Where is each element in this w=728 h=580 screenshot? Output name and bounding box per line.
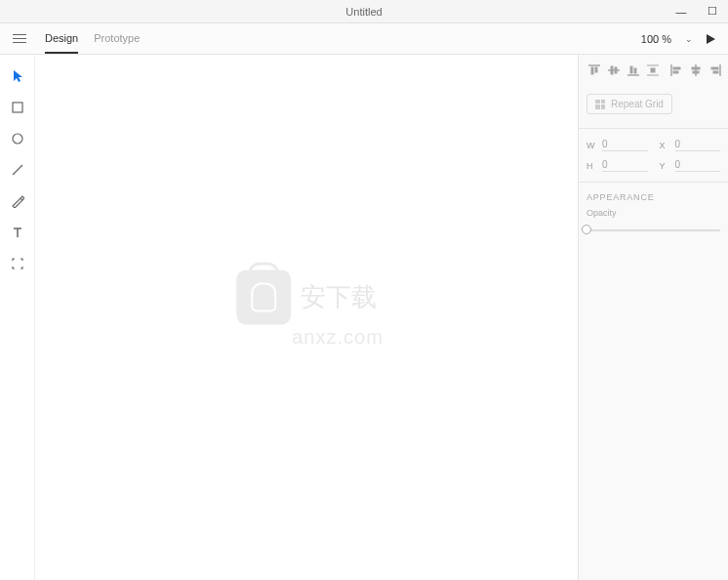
text-tool[interactable] <box>4 219 31 246</box>
artboard-tool[interactable] <box>4 250 31 277</box>
align-hcenter-icon[interactable] <box>688 62 704 78</box>
svg-rect-11 <box>634 68 636 73</box>
align-right-icon[interactable] <box>708 62 723 78</box>
rectangle-tool[interactable] <box>4 94 31 121</box>
tab-prototype[interactable]: Prototype <box>94 24 140 54</box>
svg-point-1 <box>13 134 22 144</box>
maximize-button[interactable]: ☐ <box>697 0 728 23</box>
appearance-header: APPEARANCE <box>586 192 720 202</box>
svg-rect-17 <box>673 71 678 73</box>
hamburger-menu-icon[interactable] <box>8 34 31 43</box>
ellipse-tool[interactable] <box>4 125 31 152</box>
minimize-button[interactable]: — <box>666 0 697 23</box>
align-bottom-icon[interactable] <box>626 62 641 78</box>
svg-rect-0 <box>13 103 22 112</box>
svg-rect-19 <box>692 67 700 69</box>
slider-thumb-icon[interactable] <box>582 225 591 234</box>
grid-icon <box>595 100 605 109</box>
properties-panel: Repeat Grid w 0 X 0 H 0 Y 0 APPEARANCE O… <box>578 55 728 580</box>
line-tool[interactable] <box>4 156 31 184</box>
svg-rect-22 <box>711 67 718 69</box>
svg-rect-7 <box>611 66 613 74</box>
preview-button[interactable] <box>701 29 720 49</box>
align-group <box>586 62 720 86</box>
repeat-grid-button[interactable]: Repeat Grid <box>586 94 672 114</box>
distribute-v-icon[interactable] <box>645 62 661 78</box>
divider <box>579 182 728 183</box>
align-top-icon[interactable] <box>586 62 602 78</box>
zoom-level[interactable]: 100 % <box>635 29 677 49</box>
svg-rect-23 <box>713 71 718 73</box>
width-field[interactable]: w 0 <box>586 139 648 151</box>
mode-tabs: Design Prototype <box>45 24 140 54</box>
align-vcenter-icon[interactable] <box>606 62 622 78</box>
svg-rect-16 <box>673 67 680 69</box>
window-title: Untitled <box>345 6 382 18</box>
svg-rect-4 <box>591 67 593 74</box>
chevron-down-icon[interactable]: ⌄ <box>685 34 693 44</box>
topbar: Design Prototype 100 % ⌄ <box>0 23 728 55</box>
topbar-right: 100 % ⌄ <box>635 29 720 49</box>
watermark-url: anxz.com <box>292 326 384 349</box>
svg-rect-14 <box>651 68 655 72</box>
align-left-icon[interactable] <box>668 62 684 78</box>
watermark: 安下载 anxz.com <box>229 269 384 349</box>
opacity-slider[interactable] <box>586 222 720 237</box>
main: 安下载 anxz.com Repeat Grid <box>0 55 728 580</box>
svg-line-2 <box>13 165 22 175</box>
canvas[interactable]: 安下载 anxz.com <box>35 55 578 580</box>
svg-rect-5 <box>595 67 597 72</box>
tool-palette <box>0 55 35 580</box>
window-controls: — ☐ <box>666 0 728 23</box>
svg-rect-10 <box>630 66 632 73</box>
svg-rect-8 <box>615 67 617 73</box>
repeat-grid-label: Repeat Grid <box>611 99 664 109</box>
dimensions: w 0 X 0 H 0 Y 0 <box>586 135 720 176</box>
select-tool[interactable] <box>4 62 31 90</box>
watermark-bag-icon <box>236 269 291 324</box>
opacity-label: Opacity <box>586 208 720 218</box>
pen-tool[interactable] <box>4 187 31 215</box>
x-field[interactable]: X 0 <box>660 139 721 151</box>
y-field[interactable]: Y 0 <box>660 159 721 172</box>
titlebar: Untitled — ☐ <box>0 0 728 23</box>
watermark-text: 安下载 <box>301 280 377 314</box>
divider <box>579 128 728 129</box>
height-field[interactable]: H 0 <box>586 159 648 172</box>
svg-rect-20 <box>693 71 699 73</box>
tab-design[interactable]: Design <box>45 24 78 54</box>
